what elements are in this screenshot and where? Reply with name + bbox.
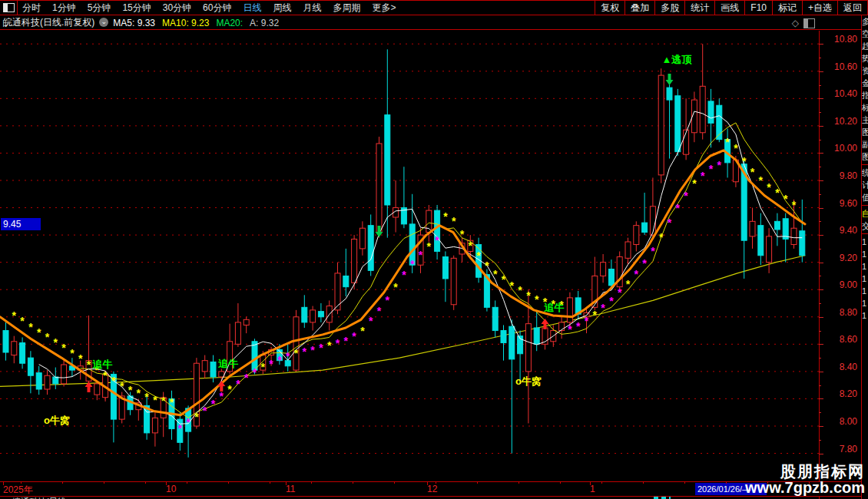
price-axis-label: 9.40 bbox=[819, 225, 857, 236]
sidebar-glyph: 1 bbox=[862, 248, 868, 260]
svg-text:*: * bbox=[352, 330, 356, 342]
svg-text:*: * bbox=[502, 273, 506, 286]
right-sidebar-clipped[interactable]: 多空趋势资金指标主图副图统计值自交1111111 bbox=[861, 15, 868, 499]
svg-text:*: * bbox=[137, 387, 141, 399]
svg-text:*: * bbox=[668, 216, 672, 229]
period-item-30分钟[interactable]: 30分钟 bbox=[163, 2, 191, 15]
candle bbox=[152, 418, 157, 433]
sidebar-glyph: 1 bbox=[862, 297, 868, 309]
toolbar-button-画线[interactable]: 画线 bbox=[714, 0, 745, 15]
candle bbox=[293, 317, 299, 370]
candle bbox=[36, 373, 41, 389]
candle bbox=[642, 223, 648, 232]
candle bbox=[352, 239, 357, 283]
svg-text:*: * bbox=[535, 293, 539, 306]
diamond-icon[interactable]: ◇ bbox=[792, 18, 799, 28]
candle bbox=[310, 310, 316, 322]
svg-text:*: * bbox=[244, 372, 249, 384]
candle bbox=[658, 75, 664, 175]
period-item-多周期[interactable]: 多周期 bbox=[333, 2, 360, 15]
period-item-日线[interactable]: 日线 bbox=[243, 2, 261, 15]
svg-text:*: * bbox=[725, 136, 730, 148]
sidebar-glyph: 指 bbox=[862, 89, 868, 101]
svg-text:*: * bbox=[742, 155, 747, 167]
svg-text:*: * bbox=[626, 278, 631, 290]
svg-text:*: * bbox=[186, 416, 190, 428]
toolbar-button-+自选[interactable]: +自选 bbox=[802, 0, 838, 15]
legend-item: A: 9.32 bbox=[250, 18, 279, 28]
legend-item: MA20: bbox=[216, 18, 243, 28]
period-item-15分钟[interactable]: 15分钟 bbox=[122, 2, 151, 15]
svg-text:*: * bbox=[261, 361, 266, 373]
svg-text:*: * bbox=[120, 380, 124, 392]
sidebar-glyph: 1 bbox=[862, 285, 868, 297]
signal-label: o牛窝 bbox=[515, 375, 542, 387]
sidebar-glyph: 资 bbox=[862, 64, 868, 77]
svg-text:*: * bbox=[286, 350, 290, 362]
svg-text:*: * bbox=[111, 375, 116, 387]
svg-text:*: * bbox=[269, 358, 273, 370]
candle bbox=[318, 312, 323, 317]
toolbar-button-复权[interactable]: 复权 bbox=[595, 0, 625, 15]
svg-text:*: * bbox=[377, 305, 382, 317]
sidebar-glyph: 值 bbox=[862, 191, 868, 203]
candle bbox=[12, 342, 17, 355]
sidebar-glyph: 主 bbox=[862, 114, 868, 126]
period-item-更多>[interactable]: 更多> bbox=[372, 2, 396, 15]
chevron-down-icon[interactable]: ⌄ bbox=[99, 18, 108, 27]
svg-text:*: * bbox=[336, 337, 340, 349]
watermark-url: www.7gpzb.com bbox=[745, 479, 865, 497]
window-layout-icon bbox=[3, 3, 15, 12]
price-axis-label: 9.60 bbox=[819, 198, 857, 209]
svg-text:*: * bbox=[103, 369, 108, 382]
svg-text:*: * bbox=[526, 289, 531, 302]
svg-text:*: * bbox=[37, 326, 41, 339]
svg-text:*: * bbox=[45, 331, 50, 343]
toolbar-button-返回[interactable]: 返回 bbox=[837, 0, 868, 15]
candle bbox=[650, 207, 655, 235]
sidebar-glyph: 1 bbox=[862, 273, 868, 285]
period-item-月线[interactable]: 月线 bbox=[303, 2, 321, 15]
svg-text:*: * bbox=[319, 342, 323, 354]
svg-text:*: * bbox=[277, 354, 282, 366]
pane-split-icon[interactable] bbox=[803, 18, 815, 28]
svg-text:*: * bbox=[792, 199, 797, 211]
toolbar-button-多股[interactable]: 多股 bbox=[654, 0, 685, 15]
svg-text:*: * bbox=[12, 309, 17, 322]
svg-text:*: * bbox=[692, 177, 697, 190]
svg-text:*: * bbox=[427, 240, 432, 253]
sidebar-glyph: 1 bbox=[862, 309, 868, 322]
legend-item: MA5: 9.33 bbox=[113, 18, 155, 28]
period-item-60分钟[interactable]: 60分钟 bbox=[203, 2, 231, 15]
last-price-marker: 9.45 bbox=[1, 218, 41, 230]
candle bbox=[20, 343, 25, 364]
candle bbox=[708, 101, 714, 123]
period-item-1分钟[interactable]: 1分钟 bbox=[52, 2, 76, 15]
candle bbox=[758, 226, 764, 256]
svg-text:*: * bbox=[253, 366, 257, 378]
period-item-分时[interactable]: 分时 bbox=[22, 2, 41, 15]
candlestick-chart[interactable]: ****************************************… bbox=[0, 31, 819, 482]
svg-text:*: * bbox=[303, 345, 307, 358]
period-item-5分钟[interactable]: 5分钟 bbox=[88, 2, 111, 15]
toolbar-button-叠加[interactable]: 叠加 bbox=[624, 0, 655, 15]
svg-text:*: * bbox=[70, 347, 75, 359]
candle bbox=[667, 88, 672, 100]
svg-text:*: * bbox=[360, 325, 365, 337]
toolbar-button-F10[interactable]: F10 bbox=[744, 0, 773, 15]
svg-text:*: * bbox=[775, 187, 780, 199]
toolbar-button-统计[interactable]: 统计 bbox=[684, 0, 715, 15]
toolbar-button-标记[interactable]: 标记 bbox=[772, 0, 803, 15]
svg-text:*: * bbox=[585, 315, 589, 327]
window-layout-button[interactable] bbox=[0, 1, 18, 15]
svg-text:*: * bbox=[153, 394, 157, 406]
period-item-周线[interactable]: 周线 bbox=[273, 2, 291, 15]
svg-text:*: * bbox=[469, 240, 473, 252]
candle bbox=[28, 358, 33, 375]
svg-text:*: * bbox=[460, 228, 465, 240]
candle bbox=[385, 115, 390, 205]
sidebar-glyph: 多 bbox=[862, 15, 868, 28]
svg-text:*: * bbox=[609, 295, 614, 307]
svg-text:*: * bbox=[227, 383, 232, 395]
svg-text:*: * bbox=[651, 245, 655, 257]
